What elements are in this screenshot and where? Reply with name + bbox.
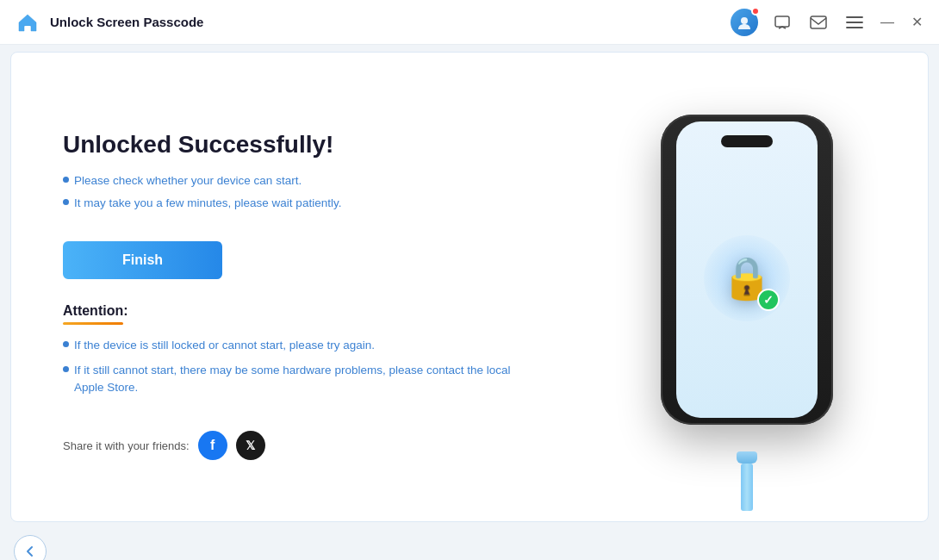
title-bar: Unlock Screen Passcode [0, 0, 939, 45]
notification-badge [751, 7, 760, 16]
check-badge [757, 289, 780, 311]
svg-point-1 [741, 17, 748, 24]
attention-label: Attention: [63, 303, 523, 319]
cable-tip [737, 451, 757, 464]
bullet-item-2: It may take you a few minutes, please wa… [63, 195, 523, 212]
svg-rect-3 [811, 16, 826, 28]
attention-dot-1 [63, 341, 69, 347]
phone-body: 🔒 [661, 115, 833, 425]
right-panel: 🔒 [566, 53, 928, 521]
svg-rect-2 [775, 16, 789, 27]
menu-icon[interactable] [843, 10, 867, 34]
facebook-button[interactable]: f [198, 431, 227, 460]
minimize-button[interactable]: — [879, 14, 896, 31]
success-title: Unlocked Successfully! [63, 131, 523, 159]
phone-illustration: 🔒 [652, 115, 842, 459]
finish-button[interactable]: Finish [63, 241, 222, 279]
share-label: Share it with your friends: [63, 439, 190, 452]
user-avatar[interactable] [731, 9, 758, 36]
left-panel: Unlocked Successfully! Please check whet… [11, 53, 566, 521]
attention-dot-2 [63, 366, 69, 372]
title-bar-right: — ✕ [731, 9, 925, 36]
attention-list: If the device is still locked or cannot … [63, 337, 523, 403]
attention-item-1: If the device is still locked or cannot … [63, 337, 523, 354]
svg-rect-0 [25, 26, 30, 31]
success-bullet-list: Please check whether your device can sta… [63, 172, 523, 218]
bullet-dot-1 [63, 177, 69, 183]
attention-underline [63, 322, 123, 325]
back-button[interactable] [14, 535, 47, 560]
app-title: Unlock Screen Passcode [50, 15, 203, 29]
lock-success-icon: 🔒 [712, 244, 781, 313]
mail-icon[interactable] [806, 10, 830, 34]
attention-item-2: If it still cannot start, there may be s… [63, 362, 523, 397]
title-bar-left: Unlock Screen Passcode [14, 9, 731, 36]
cable-body [741, 464, 753, 511]
share-row: Share it with your friends: f 𝕏 [63, 431, 523, 460]
home-icon[interactable] [14, 9, 41, 36]
twitter-button[interactable]: 𝕏 [236, 431, 265, 460]
dynamic-island [721, 135, 773, 147]
bullet-item-1: Please check whether your device can sta… [63, 172, 523, 190]
bottom-bar [0, 529, 939, 560]
close-button[interactable]: ✕ [908, 14, 925, 31]
chat-icon[interactable] [770, 10, 794, 34]
usb-cable [735, 451, 759, 511]
main-content: Unlocked Successfully! Please check whet… [10, 52, 929, 522]
bullet-dot-2 [63, 199, 69, 205]
phone-screen: 🔒 [676, 121, 818, 418]
